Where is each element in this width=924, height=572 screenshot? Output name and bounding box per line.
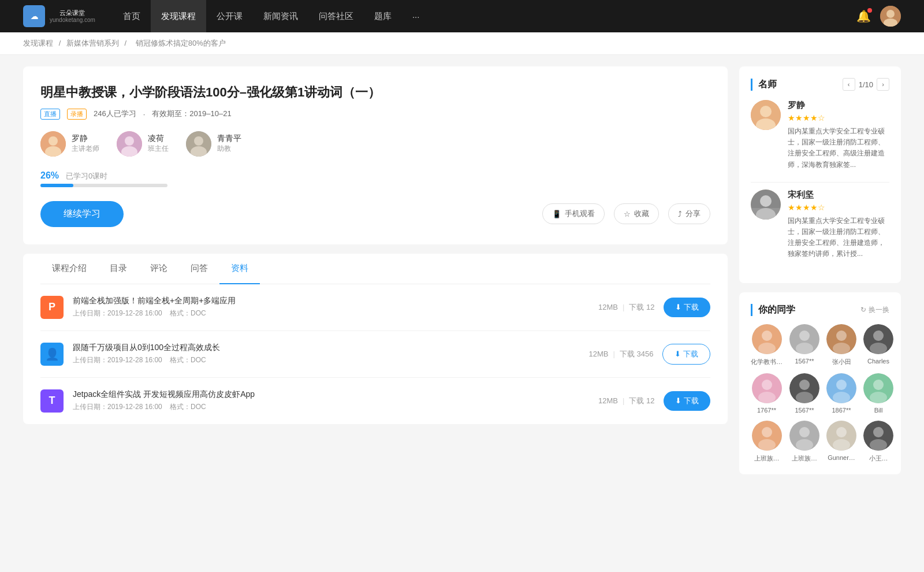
classmate-item-0[interactable]: 化学教书… xyxy=(751,324,783,366)
side-teacher-1: 宋利坚 ★★★★☆ 国内某重点大学安全工程专业硕士，国家一级注册消防工程师、注册… xyxy=(751,190,889,260)
next-teacher-button[interactable]: › xyxy=(877,78,889,91)
logo-icon: ☁ xyxy=(31,12,38,21)
svg-point-21 xyxy=(758,343,776,354)
resource-stats-0: 12MB|下载 12 xyxy=(598,302,654,313)
classmates-card: 你的同学 ↻ 换一换 化学教书… 1567** xyxy=(739,292,901,474)
classmate-avatar-7 xyxy=(863,373,893,403)
classmate-avatar-8 xyxy=(752,421,782,451)
side-teacher-stars-0: ★★★★☆ xyxy=(788,113,889,122)
svg-point-29 xyxy=(873,330,884,341)
nav-news[interactable]: 新闻资讯 xyxy=(253,0,308,32)
page-indicator: 1/10 xyxy=(859,80,873,89)
teachers-pagination: ‹ 1/10 › xyxy=(843,78,889,91)
classmate-item-1[interactable]: 1567** xyxy=(789,324,819,366)
classmate-item-5[interactable]: 1567** xyxy=(789,373,819,414)
collect-button[interactable]: ☆ 收藏 xyxy=(614,203,659,224)
svg-point-35 xyxy=(799,380,810,390)
nav-open[interactable]: 公开课 xyxy=(206,0,253,32)
nav-qa[interactable]: 问答社区 xyxy=(308,0,364,32)
svg-point-39 xyxy=(833,392,850,403)
continue-button[interactable]: 继续学习 xyxy=(40,201,124,227)
share-button[interactable]: ⤴ 分享 xyxy=(668,203,710,224)
svg-point-38 xyxy=(836,380,847,390)
teacher-avatar-0 xyxy=(40,131,66,157)
resource-item-0: P 前端全栈加强版！前端全栈+全周期+多端应用 上传日期：2019-12-28 … xyxy=(40,284,710,331)
breadcrumb-home[interactable]: 发现课程 xyxy=(23,39,53,47)
svg-point-24 xyxy=(796,343,813,354)
main-container: 明星中教授课，小学阶段语法100分–强化级第1讲动词（一） 直播 录播 246人… xyxy=(0,55,924,495)
classmate-item-2[interactable]: 张小田 xyxy=(826,324,856,366)
prev-teacher-button[interactable]: ‹ xyxy=(843,78,855,91)
classmate-item-9[interactable]: 上班族… xyxy=(789,421,819,463)
teacher-role-1: 班主任 xyxy=(148,144,169,154)
progress-bar-wrap xyxy=(40,184,167,187)
nav-discover[interactable]: 发现课程 xyxy=(151,0,206,32)
teacher-info-1: 凌荷 班主任 xyxy=(148,133,169,154)
refresh-icon: ↻ xyxy=(860,306,866,314)
nav-home[interactable]: 首页 xyxy=(113,0,151,32)
classmate-item-4[interactable]: 1767** xyxy=(751,373,783,414)
svg-point-53 xyxy=(873,427,884,437)
refresh-button[interactable]: ↻ 换一换 xyxy=(860,305,889,315)
teacher-name-1: 凌荷 xyxy=(148,133,169,144)
download-button-0[interactable]: ⬇ 下载 xyxy=(664,298,710,317)
mobile-icon: 📱 xyxy=(552,210,561,218)
svg-point-4 xyxy=(49,136,58,146)
nav-bank[interactable]: 题库 xyxy=(364,0,402,32)
classmate-item-6[interactable]: 1867** xyxy=(826,373,856,414)
logo-name: 云朵课堂 xyxy=(50,9,95,17)
bell-button[interactable]: 🔔 xyxy=(856,9,871,23)
tab-intro[interactable]: 课程介绍 xyxy=(40,254,98,284)
breadcrumb-series[interactable]: 新媒体营销系列 xyxy=(66,39,119,47)
side-teacher-name-1: 宋利坚 xyxy=(788,190,889,200)
side-teacher-info-1: 宋利坚 ★★★★☆ 国内某重点大学安全工程专业硕士，国家一级注册消防工程师、注册… xyxy=(788,190,889,260)
tab-qa[interactable]: 问答 xyxy=(179,254,219,284)
teachers-side-title: 名师 xyxy=(751,79,777,91)
classmate-avatar-1 xyxy=(789,324,819,354)
side-teacher-desc-1: 国内某重点大学安全工程专业硕士，国家一级注册消防工程师、注册安全工程师、注册建造… xyxy=(788,216,889,260)
resource-icon-0: P xyxy=(40,296,64,319)
classmate-item-8[interactable]: 上班族… xyxy=(751,421,783,463)
logo-subtitle: yundoketang.com xyxy=(50,17,95,23)
classmate-item-11[interactable]: 小王… xyxy=(863,421,893,463)
resource-info-1: 跟随千万级项目从0到100全过程高效成长 上传日期：2019-12-28 16:… xyxy=(73,343,579,365)
nav-more[interactable]: ··· xyxy=(402,0,430,32)
logo[interactable]: ☁ 云朵课堂 yundoketang.com xyxy=(23,5,95,27)
classmate-item-3[interactable]: Charles xyxy=(863,324,893,366)
teachers-row: 罗静 主讲老师 凌荷 班主任 xyxy=(40,131,710,157)
classmate-name-10: Gunner… xyxy=(828,454,855,461)
classmate-item-7[interactable]: Bill xyxy=(863,373,893,414)
teacher-role-2: 助教 xyxy=(217,144,241,154)
teacher-avatar-2 xyxy=(186,131,211,157)
mobile-watch-button[interactable]: 📱 手机观看 xyxy=(542,203,605,224)
teacher-role-0: 主讲老师 xyxy=(72,144,99,154)
user-avatar-nav[interactable] xyxy=(880,6,901,27)
teacher-item-0: 罗静 主讲老师 xyxy=(40,131,99,157)
download-button-2[interactable]: ⬇ 下载 xyxy=(664,391,710,411)
classmate-name-1: 1567** xyxy=(795,358,814,365)
svg-point-33 xyxy=(758,392,776,403)
classmate-name-9: 上班族… xyxy=(792,454,817,463)
students-count: 246人已学习 xyxy=(94,109,136,119)
classmate-avatar-4 xyxy=(752,373,782,403)
tab-resources[interactable]: 资料 xyxy=(219,254,260,284)
teacher-info-0: 罗静 主讲老师 xyxy=(72,133,99,154)
progress-bar-fill xyxy=(40,184,73,187)
svg-point-48 xyxy=(796,439,813,451)
breadcrumb: 发现课程 / 新媒体营销系列 / 销冠修炼术搞定80%的客户 xyxy=(0,32,924,55)
classmate-item-10[interactable]: Gunner… xyxy=(826,421,856,463)
classmate-avatar-10 xyxy=(826,421,856,451)
svg-point-23 xyxy=(799,330,810,341)
svg-point-26 xyxy=(836,330,847,341)
svg-point-1 xyxy=(886,10,895,18)
classmate-avatar-0 xyxy=(752,324,782,354)
star-icon: ☆ xyxy=(624,210,631,218)
teacher-name-0: 罗静 xyxy=(72,133,99,144)
tab-catalog[interactable]: 目录 xyxy=(98,254,139,284)
svg-point-30 xyxy=(870,343,887,354)
resource-name-1: 跟随千万级项目从0到100全过程高效成长 xyxy=(73,343,579,353)
resource-info-0: 前端全栈加强版！前端全栈+全周期+多端应用 上传日期：2019-12-28 16… xyxy=(73,296,589,318)
tabs-row: 课程介绍 目录 评论 问答 资料 xyxy=(40,254,710,284)
tab-review[interactable]: 评论 xyxy=(139,254,179,284)
download-button-1[interactable]: ⬇ 下载 xyxy=(662,344,710,365)
